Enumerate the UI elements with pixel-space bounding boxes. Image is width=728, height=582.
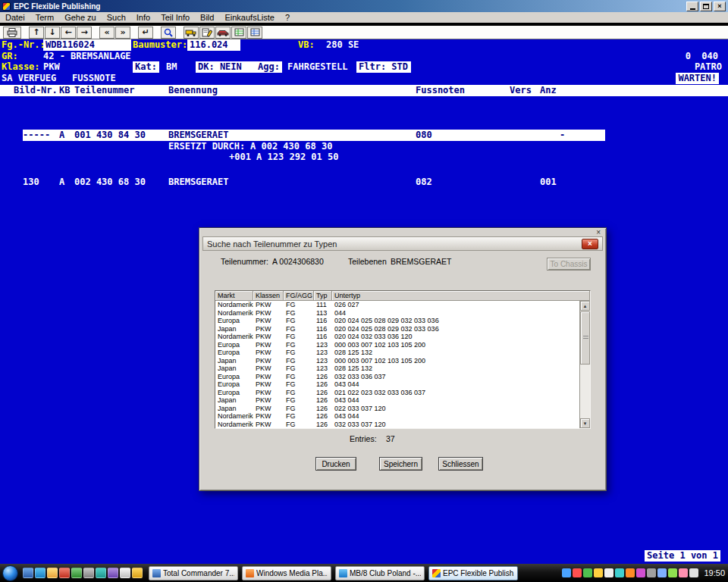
quick-launch-icon[interactable]: [120, 568, 130, 578]
quick-launch-icon[interactable]: [23, 568, 33, 578]
close-button[interactable]: ×: [714, 2, 726, 11]
type-row[interactable]: NordamerikaPKWFG126043 044: [215, 412, 579, 421]
truck-button[interactable]: [184, 27, 199, 39]
car-button[interactable]: [215, 27, 231, 39]
fltr-field[interactable]: Fltr: STD: [356, 61, 411, 73]
quick-launch-icon[interactable]: [35, 568, 46, 578]
cell: 126: [314, 373, 332, 380]
kat-field[interactable]: Kat:: [133, 61, 159, 73]
col-markt[interactable]: Markt: [215, 291, 253, 301]
baumuster-field[interactable]: 116.024: [187, 39, 240, 51]
nav-left-button[interactable]: ←: [61, 27, 76, 39]
menu-datei[interactable]: Datei: [0, 12, 30, 23]
agg-field[interactable]: Agg:: [256, 61, 282, 73]
quick-launch-icon[interactable]: [71, 568, 82, 578]
dialog-outer-close-button[interactable]: ×: [596, 228, 601, 236]
type-row[interactable]: EuropaPKWFG126021 022 023 032 033 036 03…: [215, 389, 579, 397]
cell: 116: [314, 317, 332, 324]
print-button[interactable]: [3, 27, 21, 39]
col-untertyp[interactable]: Untertyp: [332, 291, 590, 301]
nav-up-button[interactable]: ↑: [29, 27, 44, 39]
scroll-up-button[interactable]: ▲: [580, 301, 590, 311]
tray-icon[interactable]: [626, 568, 635, 577]
tray-icon[interactable]: [562, 568, 571, 577]
type-row[interactable]: NordamerikaPKWFG116020 024 032 033 036 1…: [215, 333, 579, 341]
dk-field[interactable]: DK: NEIN: [196, 61, 258, 73]
tray-icon[interactable]: [657, 568, 667, 577]
type-row[interactable]: NordamerikaPKWFG111026 027: [215, 301, 579, 309]
tray-icon[interactable]: [594, 568, 603, 577]
type-row[interactable]: JapanPKWFG126043 044: [215, 396, 579, 405]
type-row[interactable]: JapanPKWFG123000 003 007 102 103 105 200: [215, 357, 579, 365]
speichern-button[interactable]: Speichern: [379, 457, 422, 471]
type-row[interactable]: NordamerikaPKWFG126032 033 037 120: [215, 421, 579, 429]
menu-gehe-zu[interactable]: Gehe zu: [59, 12, 102, 23]
type-row[interactable]: EuropaPKWFG123028 125 132: [215, 349, 579, 357]
task-epc-flexible-publishing[interactable]: EPC Flexible Publish...: [428, 566, 518, 580]
tray-icon[interactable]: [615, 568, 624, 577]
col-fg-agg[interactable]: FG/AGG: [284, 291, 314, 301]
nav-right-button[interactable]: →: [77, 27, 92, 39]
page-next-button[interactable]: »: [115, 27, 130, 39]
tray-icon[interactable]: [647, 568, 656, 577]
type-row[interactable]: JapanPKWFG116020 024 025 028 029 032 033…: [215, 325, 579, 333]
type-row[interactable]: EuropaPKWFG123000 003 007 102 103 105 20…: [215, 341, 579, 349]
type-row[interactable]: JapanPKWFG126022 033 037 120: [215, 405, 579, 413]
dialog-titlebar[interactable]: Suche nach Teilenummer zu Typen ×: [202, 236, 603, 251]
task-browser[interactable]: MB/8 Club Poland -...: [335, 566, 425, 580]
maximize-button[interactable]: [700, 2, 712, 11]
part-row[interactable]: 130 A 002 430 68 30 BREMSGERAET 082 001: [23, 177, 605, 188]
parts-grid-button[interactable]: [231, 27, 246, 39]
search-button[interactable]: [161, 27, 176, 39]
menu-einkaufsliste[interactable]: EinkaufsListe: [219, 12, 279, 23]
menu-help[interactable]: ?: [280, 12, 295, 23]
enter-button[interactable]: ↵: [138, 27, 153, 39]
taskbar-clock[interactable]: 19:50: [704, 568, 725, 577]
dialog-close-button[interactable]: ×: [582, 239, 598, 249]
type-row[interactable]: JapanPKWFG123028 125 132: [215, 365, 579, 373]
type-row[interactable]: NordamerikaPKWFG113044: [215, 309, 579, 318]
quick-launch-icon[interactable]: [47, 568, 58, 578]
scroll-down-button[interactable]: ▼: [580, 418, 590, 428]
table-scrollbar[interactable]: ▲ ▼: [579, 301, 590, 428]
tray-icon[interactable]: [583, 568, 592, 577]
schliessen-button[interactable]: Schliessen: [438, 457, 483, 471]
task-windows-media-player[interactable]: Windows Media Pla...: [242, 566, 331, 580]
quick-launch-icon[interactable]: [96, 568, 106, 578]
tray-icon[interactable]: [573, 568, 582, 577]
tray-icon[interactable]: [668, 568, 677, 577]
cell: FG: [284, 309, 314, 317]
scrollbar-thumb[interactable]: [580, 311, 590, 365]
page-prev-button[interactable]: «: [99, 27, 115, 39]
edit-list-button[interactable]: [199, 27, 215, 39]
to-chassis-button[interactable]: To Chassis: [547, 258, 591, 271]
fg-nr-field[interactable]: WDB116024: [43, 39, 131, 51]
nav-down-button[interactable]: ↓: [45, 27, 60, 39]
menu-bild[interactable]: Bild: [195, 12, 219, 23]
menu-teil-info[interactable]: Teil Info: [155, 12, 195, 23]
window-titlebar[interactable]: EPC Flexible Publishing ×: [0, 0, 728, 12]
quick-launch-icon[interactable]: [108, 568, 118, 578]
type-row[interactable]: EuropaPKWFG126043 044: [215, 380, 579, 389]
part-row-selected[interactable]: ----- A 001 430 84 30 BREMSGERAET 080 -: [23, 130, 605, 141]
quick-launch-icon[interactable]: [132, 568, 143, 578]
quick-launch-icon[interactable]: [83, 568, 94, 578]
quick-launch-icon[interactable]: [59, 568, 70, 578]
shopping-grid-button[interactable]: [247, 27, 262, 39]
type-row[interactable]: EuropaPKWFG126032 033 036 037: [215, 373, 579, 381]
type-row[interactable]: EuropaPKWFG116020 024 025 028 029 032 03…: [215, 317, 579, 325]
tray-icon[interactable]: [636, 568, 645, 577]
cell: 126: [314, 412, 332, 420]
start-button[interactable]: [2, 565, 18, 581]
minimize-button[interactable]: [686, 2, 698, 11]
drucken-button[interactable]: Drucken: [315, 457, 356, 471]
menu-such[interactable]: Such: [102, 12, 131, 23]
col-typ[interactable]: Typ: [314, 291, 332, 301]
tray-icon[interactable]: [604, 568, 613, 577]
col-klassen[interactable]: Klassen: [253, 291, 284, 301]
task-total-commander[interactable]: Total Commander 7...: [149, 566, 238, 580]
tray-icon[interactable]: [679, 568, 688, 577]
volume-icon[interactable]: [689, 568, 698, 577]
menu-info[interactable]: Info: [131, 12, 155, 23]
menu-term[interactable]: Term: [30, 12, 59, 23]
